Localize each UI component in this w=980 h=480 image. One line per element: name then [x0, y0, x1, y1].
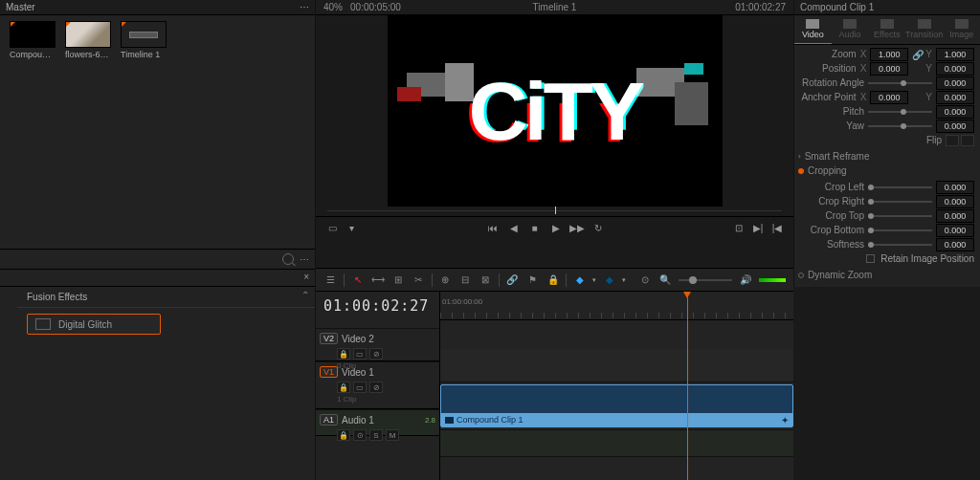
overwrite-icon[interactable]: ⊟ — [458, 273, 473, 287]
dynamic-trim-tool[interactable]: ⊞ — [390, 273, 405, 287]
zoom-slider[interactable] — [679, 279, 733, 281]
track-v1-name: Video 1 — [342, 367, 374, 378]
marker-dropdown-icon[interactable]: ▾ — [592, 276, 596, 284]
timeline-playhead[interactable] — [687, 292, 688, 480]
softness-slider[interactable] — [868, 244, 932, 246]
search-icon[interactable] — [282, 253, 294, 265]
yaw-field[interactable]: 0.000 — [936, 120, 974, 133]
clip-fx-icon[interactable]: ✦ — [781, 415, 789, 425]
loop-button[interactable]: ↻ — [591, 222, 605, 235]
collapse-icon[interactable]: ⌃ — [301, 290, 309, 300]
media-pool-menu-icon[interactable]: ⋯ — [300, 2, 309, 12]
smart-reframe-section[interactable]: ›Smart Reframe — [794, 149, 980, 164]
marker-dropdown-icon[interactable]: ▾ — [622, 276, 626, 284]
media-clip-compound[interactable]: Compound... — [10, 21, 56, 59]
track-a1-tag[interactable]: A1 — [320, 414, 338, 425]
rotation-slider[interactable] — [868, 82, 932, 84]
anchor-x-field[interactable]: 0.000 — [870, 91, 908, 104]
mark-in-button[interactable]: ▶| — [751, 222, 765, 235]
search-menu-icon[interactable]: ⋯ — [300, 254, 309, 265]
zoom-icon[interactable]: 🔍 — [658, 273, 673, 287]
lock-track-icon[interactable]: 🔒 — [337, 348, 350, 360]
yaw-label: Yaw — [800, 120, 864, 131]
crop-bottom-field[interactable]: 0.000 — [936, 224, 974, 237]
anchor-y-field[interactable]: 0.000 — [936, 91, 974, 104]
stop-button[interactable]: ■ — [528, 222, 542, 235]
match-frame-icon[interactable]: ⊡ — [732, 222, 746, 235]
auto-select-icon[interactable]: ▭ — [353, 382, 367, 393]
first-frame-button[interactable]: ⏮ — [486, 222, 500, 235]
auto-select-icon[interactable]: ▭ — [353, 348, 367, 360]
lock-icon[interactable]: 🔒 — [546, 273, 560, 287]
track-lane-v1[interactable]: Compound Clip 1 ✦ — [440, 382, 793, 430]
yaw-slider[interactable] — [868, 125, 932, 127]
volume-icon[interactable]: 🔊 — [738, 273, 752, 287]
flip-v-button[interactable] — [961, 135, 974, 146]
flag-icon[interactable]: ⚑ — [525, 273, 540, 287]
crop-top-field[interactable]: 0.000 — [936, 209, 974, 223]
retain-position-checkbox[interactable] — [866, 254, 875, 263]
insert-icon[interactable]: ⊕ — [438, 273, 453, 287]
softness-field[interactable]: 0.000 — [936, 238, 974, 251]
track-lane-v2[interactable] — [440, 349, 793, 382]
dynamic-zoom-section[interactable]: Dynamic Zoom — [794, 268, 980, 282]
disable-track-icon[interactable]: ⊘ — [369, 382, 383, 393]
marker-blue-icon[interactable]: ◆ — [572, 273, 587, 287]
viewer-scrubber-playhead[interactable] — [555, 207, 556, 214]
crop-right-field[interactable]: 0.000 — [936, 195, 974, 208]
lock-track-icon[interactable]: 🔒 — [337, 382, 350, 393]
next-frame-button[interactable]: ▶▶ — [570, 222, 584, 235]
track-lane-a1[interactable] — [440, 430, 793, 457]
trim-tool[interactable]: ⟷ — [370, 273, 385, 287]
link-icon[interactable]: 🔗 — [912, 50, 922, 59]
close-panel-icon[interactable]: × — [303, 272, 309, 282]
crop-left-field[interactable]: 0.000 — [936, 181, 974, 194]
snap-icon[interactable]: ⊙ — [637, 273, 652, 287]
arm-record-icon[interactable]: ⊙ — [353, 429, 367, 441]
timeline-timecode[interactable]: 01:00:02:27 — [316, 292, 439, 320]
crop-left-slider[interactable] — [868, 186, 932, 188]
lock-track-icon[interactable]: 🔒 — [337, 429, 350, 441]
tab-audio[interactable]: Audio — [832, 15, 869, 44]
viewer-dropdown-icon[interactable]: ▾ — [345, 222, 358, 235]
crop-right-slider[interactable] — [868, 201, 932, 203]
timeline-ruler[interactable]: 01:00:00:00 01:00:04:00 — [440, 292, 793, 320]
viewer-option-icon[interactable]: ▭ — [325, 222, 339, 235]
media-clip-flowers[interactable]: flowers-68... — [65, 21, 111, 59]
effect-digital-glitch[interactable]: Digital Glitch — [27, 314, 161, 335]
solo-button[interactable]: S — [369, 429, 383, 441]
tab-effects[interactable]: Effects — [868, 15, 905, 44]
tab-video[interactable]: Video — [794, 15, 832, 44]
pitch-field[interactable]: 0.000 — [936, 105, 974, 119]
marker-navy-icon[interactable]: ◆ — [602, 273, 616, 287]
position-y-field[interactable]: 0.000 — [936, 62, 974, 76]
mark-out-button[interactable]: |◀ — [770, 222, 784, 235]
viewer-canvas[interactable]: CiTY — [316, 15, 793, 207]
timeline-view-icon[interactable]: ☰ — [323, 273, 338, 287]
media-clip-timeline[interactable]: Timeline 1 — [121, 21, 167, 59]
track-v1-tag[interactable]: V1 — [320, 366, 338, 378]
viewer-left-timecode: 00:00:05:00 — [350, 2, 401, 12]
blade-tool[interactable]: ✂ — [411, 273, 425, 287]
play-button[interactable]: ▶ — [549, 222, 563, 235]
pitch-slider[interactable] — [868, 111, 932, 113]
replace-icon[interactable]: ⊠ — [479, 273, 493, 287]
zoom-x-field[interactable]: 1.000 — [870, 48, 908, 61]
zoom-label: Zoom — [800, 49, 857, 59]
viewer-zoom[interactable]: 40% — [323, 2, 343, 12]
mute-button[interactable]: M — [386, 429, 399, 441]
clip-compound[interactable]: Compound Clip 1 ✦ — [440, 384, 793, 427]
position-x-field[interactable]: 0.000 — [870, 62, 908, 76]
selection-tool[interactable]: ↖ — [350, 273, 365, 287]
flip-h-button[interactable] — [946, 135, 959, 146]
prev-frame-button[interactable]: ◀ — [507, 222, 521, 235]
link-icon[interactable]: 🔗 — [505, 273, 520, 287]
rotation-field[interactable]: 0.000 — [936, 76, 974, 90]
viewer-title[interactable]: Timeline 1 — [533, 2, 577, 12]
cropping-section[interactable]: Cropping — [794, 164, 980, 178]
crop-top-slider[interactable] — [868, 215, 932, 217]
disable-track-icon[interactable]: ⊘ — [369, 348, 383, 360]
track-v2-tag[interactable]: V2 — [320, 333, 338, 344]
zoom-y-field[interactable]: 1.000 — [936, 48, 974, 61]
crop-bottom-slider[interactable] — [868, 229, 932, 231]
